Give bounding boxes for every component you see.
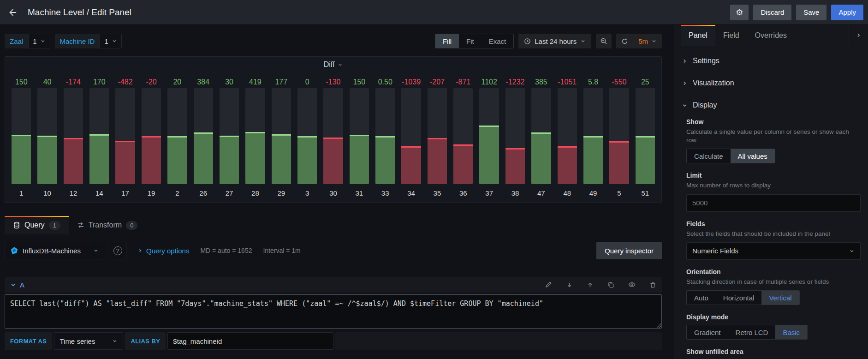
database-icon <box>13 221 20 229</box>
bar-column: 38547 <box>531 76 551 198</box>
refresh-picker: 5m <box>616 34 662 48</box>
eye-icon <box>628 281 636 288</box>
bar-track <box>323 88 343 184</box>
option-all-values[interactable]: All values <box>731 149 775 163</box>
alias-by-label: ALIAS BY <box>125 332 166 350</box>
tab-transform-label: Transform <box>89 221 122 229</box>
tab-panel[interactable]: Panel <box>681 25 715 46</box>
bar-category-label: 36 <box>453 184 473 198</box>
bar-track <box>583 88 603 184</box>
section-display[interactable]: Display <box>674 94 868 116</box>
bar-column: -87136 <box>453 76 473 198</box>
bar-column: 17014 <box>89 76 109 198</box>
zoom-out-button[interactable] <box>596 34 612 48</box>
bar-track <box>505 88 525 184</box>
option-auto[interactable]: Auto <box>687 291 716 305</box>
section-visualization[interactable]: Visualization <box>674 72 868 94</box>
save-button[interactable]: Save <box>796 5 826 20</box>
top-header: Machine Level / Edit Panel ⚙ Discard Sav… <box>0 0 868 25</box>
show-description: Calculate a single value per column or s… <box>686 128 861 144</box>
tab-overrides[interactable]: Overrides <box>747 25 795 46</box>
bar-track <box>350 88 369 184</box>
bar-fill <box>636 136 655 184</box>
bar-fill <box>272 134 291 184</box>
query-editor-input[interactable]: SELECT last("diff") AS "last_diff" FROM … <box>5 294 662 329</box>
options-tabs: Panel Field Overrides <box>674 25 868 46</box>
option-basic[interactable]: Basic <box>775 325 807 339</box>
bar-fill <box>401 146 421 184</box>
time-range-picker[interactable]: Last 24 hours <box>518 34 591 48</box>
bar-fill <box>505 148 525 184</box>
query-row-header[interactable]: A <box>5 277 662 293</box>
move-query-down-button[interactable] <box>566 281 573 288</box>
variable-value-dropdown[interactable]: 1 <box>28 34 50 48</box>
tab-query[interactable]: Query 1 <box>5 216 69 234</box>
bar-fill <box>609 141 629 184</box>
bar-category-label: 48 <box>558 184 577 198</box>
delete-query-button[interactable] <box>649 281 656 288</box>
refresh-interval-dropdown[interactable]: 5m <box>633 34 662 48</box>
bar-value-label: 170 <box>89 76 109 88</box>
chevron-down-icon <box>338 62 343 67</box>
bar-track <box>167 88 187 184</box>
bar-fill <box>220 136 239 184</box>
option-fit[interactable]: Fit <box>459 34 482 48</box>
panel-title-menu[interactable]: Diff <box>5 57 661 72</box>
datasource-help-button[interactable]: ? <box>109 242 126 259</box>
limit-input[interactable] <box>686 194 861 212</box>
back-button[interactable] <box>0 0 26 25</box>
fields-select[interactable]: Numeric Fields <box>686 242 861 260</box>
disable-query-button[interactable] <box>628 281 636 288</box>
edit-query-button[interactable] <box>545 281 552 288</box>
option-retro-lcd[interactable]: Retro LCD <box>728 325 776 339</box>
option-horizontal[interactable]: Horizontal <box>716 291 762 305</box>
bar-fill <box>558 146 577 184</box>
query-options-toggle[interactable]: Query options <box>137 247 189 255</box>
section-settings[interactable]: Settings <box>674 50 868 72</box>
bar-column: 5.849 <box>583 76 603 198</box>
duplicate-query-button[interactable] <box>607 281 614 288</box>
alias-by-input[interactable] <box>167 332 333 350</box>
bar-track <box>12 88 31 184</box>
section-visualization-label: Visualization <box>693 79 734 87</box>
query-inspector-button[interactable]: Query inspector <box>596 242 662 259</box>
bar-column: -105148 <box>558 76 577 198</box>
bar-column: 2551 <box>636 76 655 198</box>
discard-button[interactable]: Discard <box>753 5 791 20</box>
option-exact[interactable]: Exact <box>482 34 514 48</box>
variable-pickers: Zaal1Machine ID1 <box>5 34 126 48</box>
format-as-select[interactable]: Time series <box>54 332 123 350</box>
move-query-up-button[interactable] <box>587 281 594 288</box>
bar-category-label: 30 <box>323 184 343 198</box>
chevron-right-icon <box>682 80 688 86</box>
datasource-picker[interactable]: InfluxDB-Machines <box>5 242 104 259</box>
tab-field[interactable]: Field <box>715 25 747 46</box>
apply-button[interactable]: Apply <box>831 5 863 20</box>
chevron-down-icon <box>651 38 657 44</box>
display-mode-label: Display mode <box>686 313 861 321</box>
bar-value-label: 385 <box>531 76 551 88</box>
interval-meta: Interval = 1m <box>263 247 300 254</box>
fields-description: Select the fields that should be include… <box>686 230 861 238</box>
query-count-badge: 1 <box>49 221 60 230</box>
tab-transform[interactable]: Transform 0 <box>69 216 146 234</box>
variable-label: Machine ID <box>55 34 100 48</box>
option-fill[interactable]: Fill <box>435 34 459 48</box>
variable-label: Zaal <box>5 34 28 48</box>
panel-settings-button[interactable]: ⚙ <box>730 5 749 20</box>
refresh-button[interactable] <box>616 34 633 48</box>
collapse-options-button[interactable] <box>849 25 868 46</box>
refresh-interval-label: 5m <box>638 37 648 45</box>
bar-column: -13030 <box>323 76 343 198</box>
bar-track <box>115 88 135 184</box>
query-row-filler <box>335 332 662 350</box>
bar-column: 0.5033 <box>375 76 395 198</box>
bar-category-label: 12 <box>64 184 83 198</box>
bar-value-label: 150 <box>350 76 369 88</box>
option-gradient[interactable]: Gradient <box>687 325 728 339</box>
variable-value-dropdown[interactable]: 1 <box>100 34 121 48</box>
option-vertical[interactable]: Vertical <box>761 291 799 305</box>
bar-value-label: -871 <box>453 76 473 88</box>
option-calculate[interactable]: Calculate <box>687 149 731 163</box>
variable-picker: Machine ID1 <box>55 34 122 48</box>
